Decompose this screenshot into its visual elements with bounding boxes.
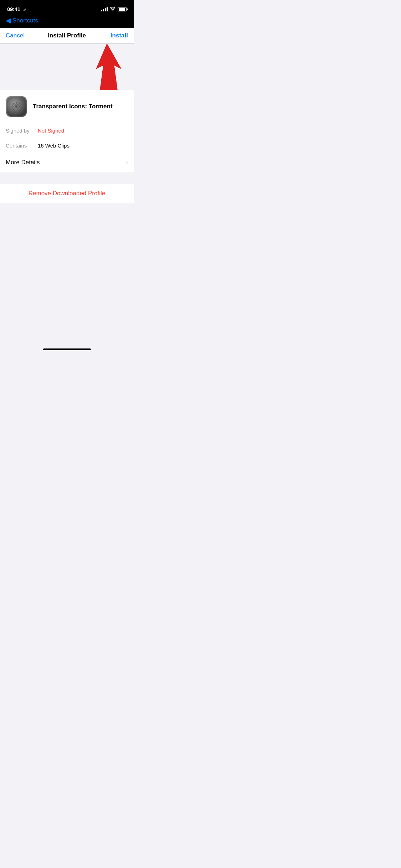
bottom-area — [0, 203, 134, 346]
back-navigation: ◀ Shortcuts — [0, 16, 134, 28]
install-button[interactable]: Install — [110, 32, 128, 39]
arrow-annotation-area — [0, 44, 134, 90]
battery-icon — [118, 7, 127, 11]
profile-section: Transparent Icons: Torment — [0, 90, 134, 123]
details-section: Signed by Not Signed Contains 16 Web Cli… — [0, 123, 134, 153]
more-details-row[interactable]: More Details › — [0, 153, 134, 172]
page-title: Install Profile — [48, 32, 86, 39]
red-arrow-annotation — [84, 44, 130, 90]
status-icons — [101, 7, 127, 11]
cancel-button[interactable]: Cancel — [6, 32, 25, 39]
home-bar — [43, 348, 91, 350]
contains-label: Contains — [6, 143, 38, 149]
section-gap — [0, 172, 134, 184]
status-bar: 09:41 ⇗ — [0, 0, 134, 16]
remove-section: Remove Downloaded Profile — [0, 184, 134, 203]
chevron-right-icon: › — [126, 159, 128, 166]
status-left: 09:41 ⇗ — [7, 6, 26, 12]
back-chevron-icon: ◀ — [6, 17, 11, 24]
profile-name: Transparent Icons: Torment — [33, 103, 113, 110]
profile-app-icon — [6, 96, 27, 117]
back-label: Shortcuts — [12, 17, 38, 24]
wifi-icon — [110, 7, 115, 11]
navigation-bar: Cancel Install Profile Install — [0, 28, 134, 44]
home-indicator-area — [0, 346, 134, 356]
settings-gear-icon — [7, 97, 26, 116]
contains-row: Contains 16 Web Clips — [6, 138, 128, 153]
svg-marker-0 — [96, 44, 121, 90]
signal-bars-icon — [101, 7, 108, 11]
more-details-label: More Details — [6, 159, 40, 166]
shortcuts-back-button[interactable]: ◀ Shortcuts — [6, 17, 38, 24]
location-icon: ⇗ — [23, 7, 26, 12]
contains-value: 16 Web Clips — [38, 143, 70, 149]
status-time: 09:41 — [7, 6, 20, 12]
signed-by-row: Signed by Not Signed — [6, 123, 128, 138]
signed-by-label: Signed by — [6, 128, 38, 134]
svg-point-3 — [15, 105, 18, 108]
signed-by-value: Not Signed — [38, 128, 64, 134]
remove-downloaded-profile-button[interactable]: Remove Downloaded Profile — [29, 190, 105, 197]
